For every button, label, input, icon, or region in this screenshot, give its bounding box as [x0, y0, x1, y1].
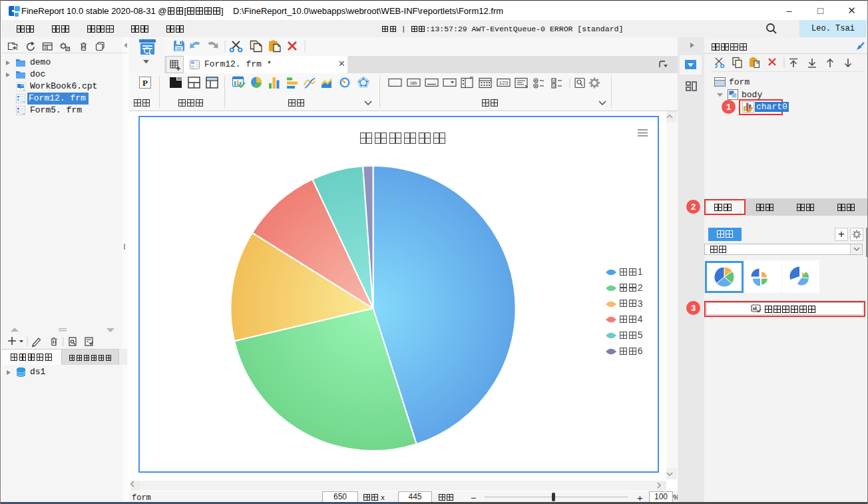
svg-text:123: 123 [499, 80, 509, 86]
svg-text:lab: lab [410, 80, 417, 86]
svg-text:P: P [142, 78, 148, 88]
